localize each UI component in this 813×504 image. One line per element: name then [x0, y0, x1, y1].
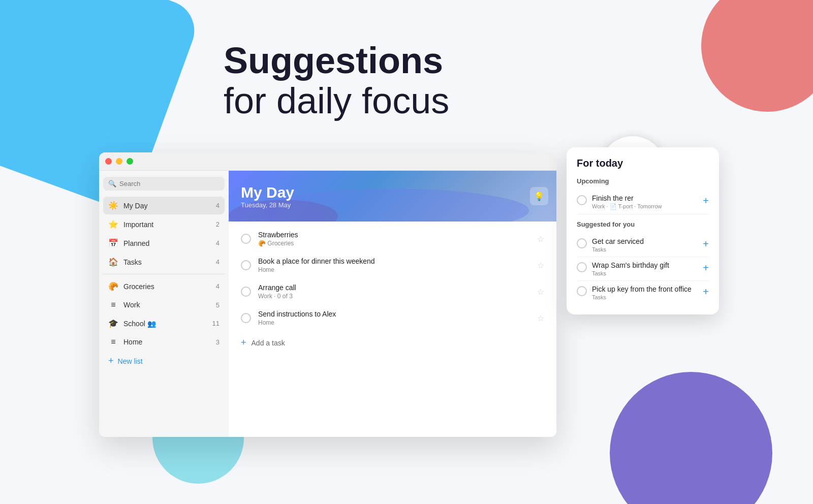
task-checkbox[interactable]: [241, 234, 251, 244]
sidebar-item-count: 5: [216, 301, 220, 309]
task-checkbox[interactable]: [241, 313, 251, 323]
suggested-task-item: Pick up key from the front office Tasks …: [577, 281, 709, 304]
plus-icon: +: [108, 356, 114, 366]
sidebar-item-count: 3: [216, 338, 220, 346]
my-day-subtitle: Tuesday, 28 May: [241, 201, 544, 209]
sidebar-item-count: 4: [216, 282, 220, 290]
sidebar-item-label: Planned: [123, 239, 211, 247]
new-list-label: New list: [118, 357, 143, 365]
task-title: Strawberries: [258, 231, 530, 239]
school-icon: 🎓: [108, 319, 118, 328]
suggested-section-label: Suggested for you: [577, 220, 709, 228]
today-task-checkbox[interactable]: [577, 238, 587, 248]
close-button[interactable]: [105, 158, 112, 165]
heading-area: Suggestions for daily focus: [224, 41, 449, 121]
today-task-meta: Work · 📄 T-port · Tomorrow: [592, 203, 698, 210]
task-checkbox[interactable]: [241, 287, 251, 297]
sidebar-item-label: Tasks: [123, 258, 211, 266]
add-suggested-button[interactable]: +: [703, 286, 709, 298]
today-task-title: Wrap Sam's birthday gift: [592, 261, 698, 269]
task-title: Book a place for dinner this weekend: [258, 257, 530, 265]
task-meta: Work · 0 of 3: [258, 293, 530, 300]
today-task-checkbox[interactable]: [577, 262, 587, 272]
sidebar-item-groceries[interactable]: 🥐 Groceries 4: [103, 277, 225, 295]
main-content: My Day Tuesday, 28 May 💡 Strawberries 🥐 …: [229, 171, 556, 437]
sidebar-item-label: School 👥: [123, 320, 207, 328]
sun-icon: ☀️: [108, 201, 118, 210]
search-input[interactable]: [119, 180, 220, 187]
plus-icon: +: [241, 337, 246, 348]
today-task-checkbox[interactable]: [577, 286, 587, 296]
suggested-section: Suggested for you Get car serviced Tasks…: [577, 220, 709, 304]
today-task-info: Get car serviced Tasks: [592, 237, 698, 253]
my-day-title: My Day: [241, 184, 544, 201]
sidebar-item-planned[interactable]: 📅 Planned 4: [103, 234, 225, 252]
suggested-task-item: Wrap Sam's birthday gift Tasks +: [577, 257, 709, 281]
tasks-icon: 🏠: [108, 257, 118, 267]
tasks-list: Strawberries 🥐 Groceries ☆ Book a place …: [229, 222, 556, 437]
sidebar-item-important[interactable]: ⭐ Important 2: [103, 215, 225, 233]
groceries-icon: 🥐: [108, 281, 118, 291]
task-info: Send instructions to Alex Home: [258, 310, 530, 326]
add-task-label: Add a task: [252, 339, 285, 347]
star-icon[interactable]: ☆: [537, 313, 544, 323]
sidebar-item-label: My Day: [123, 202, 211, 210]
task-item[interactable]: Book a place for dinner this weekend Hom…: [229, 252, 556, 278]
task-checkbox[interactable]: [241, 260, 251, 270]
add-task-button[interactable]: + Add a task: [229, 331, 556, 354]
sidebar-item-count: 4: [216, 202, 220, 209]
sidebar-item-my-day[interactable]: ☀️ My Day 4: [103, 197, 225, 214]
search-icon: 🔍: [108, 180, 116, 187]
new-list-button[interactable]: + New list: [103, 352, 225, 370]
task-meta: Home: [258, 319, 530, 326]
star-icon: ⭐: [108, 219, 118, 229]
minimize-button[interactable]: [116, 158, 122, 165]
bulb-icon: 💡: [534, 192, 544, 201]
app-window: 🔍 ☀️ My Day 4 ⭐ Important 2 📅 Planned 4 …: [99, 152, 556, 437]
sidebar-item-label: Home: [123, 338, 211, 346]
sidebar-item-label: Groceries: [123, 282, 211, 291]
task-item[interactable]: Arrange call Work · 0 of 3 ☆: [229, 278, 556, 305]
today-task-info: Wrap Sam's birthday gift Tasks: [592, 261, 698, 276]
task-title: Arrange call: [258, 284, 530, 292]
sidebar-item-tasks[interactable]: 🏠 Tasks 4: [103, 253, 225, 271]
sidebar-item-school[interactable]: 🎓 School 👥 11: [103, 314, 225, 332]
add-suggested-button[interactable]: +: [703, 238, 709, 250]
sidebar-divider: [103, 274, 225, 274]
suggestion-button[interactable]: 💡: [530, 187, 548, 205]
sidebar-item-count: 4: [216, 239, 220, 247]
star-icon[interactable]: ☆: [537, 261, 544, 270]
title-bar: [99, 152, 556, 171]
heading-main: Suggestions: [224, 41, 449, 81]
add-to-today-button[interactable]: +: [703, 195, 709, 207]
today-task-checkbox[interactable]: [577, 195, 587, 205]
calendar-icon: 📅: [108, 238, 118, 248]
task-info: Strawberries 🥐 Groceries: [258, 231, 530, 247]
task-item[interactable]: Strawberries 🥐 Groceries ☆: [229, 226, 556, 252]
bg-decoration-purple: [610, 372, 772, 504]
task-meta: 🥐 Groceries: [258, 240, 530, 247]
work-icon: ≡: [108, 300, 118, 309]
maximize-button[interactable]: [127, 158, 133, 165]
for-today-panel: For today Upcoming Finish the rer Work ·…: [567, 147, 719, 314]
today-task-title: Get car serviced: [592, 237, 698, 245]
add-suggested-button[interactable]: +: [703, 262, 709, 274]
today-task-list: Tasks: [592, 270, 698, 276]
task-item[interactable]: Send instructions to Alex Home ☆: [229, 305, 556, 331]
search-bar[interactable]: 🔍: [103, 177, 225, 191]
suggested-task-item: Get car serviced Tasks +: [577, 233, 709, 257]
task-meta: Home: [258, 266, 530, 273]
star-icon[interactable]: ☆: [537, 234, 544, 244]
sidebar-item-label: Work: [123, 301, 211, 309]
heading-sub: for daily focus: [224, 81, 449, 121]
sidebar-item-work[interactable]: ≡ Work 5: [103, 296, 225, 313]
my-day-header: My Day Tuesday, 28 May 💡: [229, 171, 556, 222]
today-task-list: Tasks: [592, 294, 698, 300]
today-task-list: Tasks: [592, 246, 698, 253]
task-title: Send instructions to Alex: [258, 310, 530, 318]
star-icon[interactable]: ☆: [537, 287, 544, 297]
sidebar-item-count: 4: [216, 258, 220, 266]
upcoming-task-item: Finish the rer Work · 📄 T-port · Tomorro…: [577, 190, 709, 214]
sidebar-item-home[interactable]: ≡ Home 3: [103, 333, 225, 351]
today-task-title: Pick up key from the front office: [592, 285, 698, 293]
